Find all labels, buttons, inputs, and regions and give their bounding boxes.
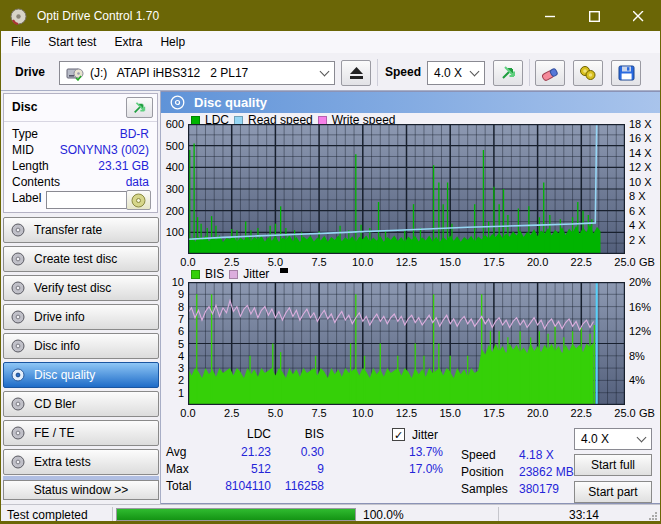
menu-file[interactable]: File: [1, 31, 39, 53]
x-axis-tick: 22.5: [567, 257, 595, 268]
sidebar-item-label: Drive info: [34, 310, 85, 324]
menu-extra[interactable]: Extra: [105, 31, 151, 53]
label-row: Label: [12, 191, 153, 211]
chevron-down-icon: [320, 67, 330, 77]
toolbar-separator: [529, 59, 530, 86]
ldc-chart: 1002003004005006002 X4 X6 X8 X10 X12 X14…: [188, 124, 625, 254]
disc-field-length: Length 23.31 GB: [12, 159, 149, 173]
sidebar-item-label: CD Bler: [34, 397, 76, 411]
x-axis-tick: 12.5: [393, 257, 421, 268]
speed-info-value: 4.18 X: [519, 448, 554, 462]
save-button[interactable]: [611, 60, 641, 86]
field-label: Contents: [12, 175, 60, 189]
sidebar-item-verify-test-disc[interactable]: Verify test disc: [3, 275, 159, 301]
divider: [112, 507, 113, 522]
eject-button[interactable]: [341, 60, 371, 86]
disc-icon: [11, 223, 25, 237]
disc-icon: [11, 310, 25, 324]
sidebar-item-disc-quality[interactable]: Disc quality: [3, 362, 159, 388]
status-text: Test completed: [7, 508, 88, 522]
stats-col-bis: BIS: [274, 427, 324, 441]
main-panel: Disc quality LDC Read speed Write speed …: [161, 91, 661, 504]
progress-fill: [117, 509, 355, 520]
elapsed-time: 33:14: [531, 508, 599, 522]
disc-icon: [11, 368, 25, 382]
test-speed-select[interactable]: 4.0 X: [574, 428, 652, 450]
disc-field-type: Type BD-R: [12, 127, 149, 141]
menu-help[interactable]: Help: [151, 31, 194, 53]
sidebar-item-transfer-rate[interactable]: Transfer rate: [3, 217, 159, 243]
erase-disc-button[interactable]: [535, 60, 565, 86]
menu-start-test[interactable]: Start test: [39, 31, 105, 53]
x-axis-tick: 20.0: [524, 257, 552, 268]
field-label: Length: [12, 159, 49, 173]
x-axis-tick: 7.5: [305, 408, 333, 419]
x-axis-unit: GB: [639, 257, 655, 268]
y-axis-tick: 300: [157, 184, 184, 195]
y2-axis-tick: 12 X: [629, 162, 652, 173]
y-axis-tick: 1: [157, 388, 184, 399]
drive-select[interactable]: (J:) ATAPI iHBS312 2 PL17: [59, 61, 335, 85]
x-axis-tick: 25.0: [611, 257, 639, 268]
left-panel: Disc Type BD-R MID SONYNN3 (002) Length …: [1, 91, 161, 504]
close-icon[interactable]: [616, 1, 660, 31]
label-input[interactable]: [46, 191, 130, 209]
save-icon: [618, 65, 635, 81]
refresh-button[interactable]: [493, 60, 523, 86]
x-axis-tick: 10.0: [349, 257, 377, 268]
maximize-icon[interactable]: [572, 1, 616, 31]
total-bis: 116258: [274, 479, 324, 493]
divider: [498, 507, 499, 522]
write-label-button[interactable]: [126, 190, 151, 210]
jitter-checkbox[interactable]: ✓: [392, 428, 405, 441]
disc-info-panel: Disc Type BD-R MID SONYNN3 (002) Length …: [3, 93, 158, 213]
stats-row-label: Avg: [166, 445, 186, 459]
sidebar-item-disc-info[interactable]: Disc info: [3, 333, 159, 359]
field-label: MID: [12, 143, 34, 157]
samples-info-label: Samples: [461, 482, 508, 496]
progress-bar: [116, 508, 356, 521]
x-axis-tick: 12.5: [393, 408, 421, 419]
y2-axis-tick: 6 X: [629, 206, 646, 217]
sidebar-item-create-test-disc[interactable]: Create test disc: [3, 246, 159, 272]
speed-info-label: Speed: [461, 448, 496, 462]
y-axis-tick: 10: [157, 277, 184, 288]
drive-icon: [66, 65, 84, 81]
disc-icon: [11, 426, 25, 440]
field-value: data: [126, 175, 149, 189]
y2-axis-tick: 16 X: [629, 133, 652, 144]
sidebar-item-extra-tests[interactable]: Extra tests: [3, 449, 159, 475]
start-full-label: Start full: [591, 458, 635, 472]
sidebar-item-label: Create test disc: [34, 252, 117, 266]
sidebar-item-label: FE / TE: [34, 426, 74, 440]
y-axis-tick: 7: [157, 314, 184, 325]
minimize-icon[interactable]: [528, 1, 572, 31]
search-disc-button[interactable]: [573, 60, 603, 86]
app-window: Opti Drive Control 1.70 File Start test …: [0, 0, 661, 524]
disc-icon: [11, 281, 25, 295]
disc-icon: [170, 95, 185, 110]
resize-grip[interactable]: [648, 511, 658, 521]
label-field-caption: Label: [12, 191, 41, 205]
chevron-down-icon: [637, 433, 647, 443]
field-value: SONYNN3 (002): [60, 143, 149, 157]
speed-select[interactable]: 4.0 X: [427, 61, 485, 85]
x-axis-tick: 7.5: [305, 257, 333, 268]
y2-axis-tick: 16%: [629, 302, 651, 313]
refresh-disc-button[interactable]: [126, 97, 153, 118]
disc-icon: [11, 339, 25, 353]
y2-axis-tick: 4%: [629, 375, 645, 386]
avg-jitter: 13.7%: [373, 445, 443, 459]
sidebar-item-cd-bler[interactable]: CD Bler: [3, 391, 159, 417]
page-title-bar: Disc quality: [161, 92, 661, 113]
x-axis-tick: 25.0: [611, 408, 639, 419]
disc-icon: [11, 455, 25, 469]
avg-bis: 0.30: [274, 445, 324, 459]
status-window-button[interactable]: Status window >>: [3, 480, 159, 500]
x-axis-tick: 17.5: [480, 408, 508, 419]
sidebar-item-fe-te[interactable]: FE / TE: [3, 420, 159, 446]
y2-axis-tick: 14 X: [629, 148, 652, 159]
start-full-button[interactable]: Start full: [574, 454, 652, 476]
sidebar-item-drive-info[interactable]: Drive info: [3, 304, 159, 330]
start-part-button[interactable]: Start part: [574, 481, 652, 503]
